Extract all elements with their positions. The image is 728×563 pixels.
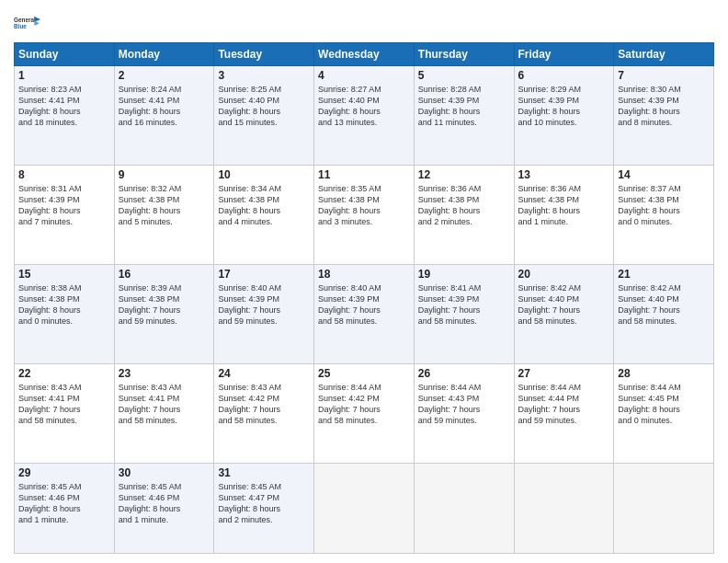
cell-details: Sunrise: 8:30 AM Sunset: 4:39 PM Dayligh… (618, 84, 710, 129)
cell-details: Sunrise: 8:44 AM Sunset: 4:44 PM Dayligh… (518, 382, 610, 427)
cell-details: Sunrise: 8:40 AM Sunset: 4:39 PM Dayligh… (318, 282, 410, 327)
day-number: 7 (618, 69, 710, 82)
calendar-cell: 29Sunrise: 8:45 AM Sunset: 4:46 PM Dayli… (15, 463, 115, 553)
calendar-cell: 17Sunrise: 8:40 AM Sunset: 4:39 PM Dayli… (214, 264, 314, 363)
svg-text:General: General (14, 17, 36, 23)
cell-details: Sunrise: 8:25 AM Sunset: 4:40 PM Dayligh… (218, 84, 310, 129)
calendar-week-row: 15Sunrise: 8:38 AM Sunset: 4:38 PM Dayli… (15, 264, 714, 363)
calendar-cell (514, 463, 614, 553)
cell-details: Sunrise: 8:39 AM Sunset: 4:38 PM Dayligh… (119, 282, 210, 327)
calendar-week-row: 22Sunrise: 8:43 AM Sunset: 4:41 PM Dayli… (15, 363, 714, 463)
weekday-header-thursday: Thursday (414, 43, 514, 66)
calendar-cell: 24Sunrise: 8:43 AM Sunset: 4:42 PM Dayli… (214, 363, 314, 463)
day-number: 27 (518, 367, 610, 380)
cell-details: Sunrise: 8:32 AM Sunset: 4:38 PM Dayligh… (119, 183, 210, 228)
calendar-cell: 3Sunrise: 8:25 AM Sunset: 4:40 PM Daylig… (214, 66, 314, 166)
day-number: 29 (18, 466, 110, 479)
calendar-cell: 27Sunrise: 8:44 AM Sunset: 4:44 PM Dayli… (514, 363, 614, 463)
day-number: 23 (119, 367, 210, 380)
day-number: 2 (119, 69, 210, 82)
calendar-cell: 31Sunrise: 8:45 AM Sunset: 4:47 PM Dayli… (214, 463, 314, 553)
calendar-cell (314, 463, 415, 553)
day-number: 30 (119, 466, 210, 479)
calendar-cell: 12Sunrise: 8:36 AM Sunset: 4:38 PM Dayli… (414, 165, 514, 264)
day-number: 6 (518, 69, 610, 82)
day-number: 9 (119, 168, 210, 181)
cell-details: Sunrise: 8:27 AM Sunset: 4:40 PM Dayligh… (318, 84, 410, 129)
cell-details: Sunrise: 8:29 AM Sunset: 4:39 PM Dayligh… (518, 84, 610, 129)
calendar-cell: 5Sunrise: 8:28 AM Sunset: 4:39 PM Daylig… (414, 66, 514, 166)
calendar-cell (614, 463, 714, 553)
cell-details: Sunrise: 8:45 AM Sunset: 4:46 PM Dayligh… (18, 481, 110, 526)
calendar-cell: 6Sunrise: 8:29 AM Sunset: 4:39 PM Daylig… (514, 66, 614, 166)
calendar-week-row: 1Sunrise: 8:23 AM Sunset: 4:41 PM Daylig… (15, 66, 714, 166)
cell-details: Sunrise: 8:45 AM Sunset: 4:47 PM Dayligh… (218, 481, 310, 526)
weekday-header-sunday: Sunday (15, 43, 115, 66)
cell-details: Sunrise: 8:42 AM Sunset: 4:40 PM Dayligh… (618, 282, 710, 327)
day-number: 16 (119, 268, 210, 281)
calendar-cell: 2Sunrise: 8:24 AM Sunset: 4:41 PM Daylig… (114, 66, 214, 166)
cell-details: Sunrise: 8:23 AM Sunset: 4:41 PM Dayligh… (18, 84, 110, 129)
cell-details: Sunrise: 8:43 AM Sunset: 4:41 PM Dayligh… (119, 382, 210, 427)
day-number: 4 (318, 69, 410, 82)
calendar-cell: 26Sunrise: 8:44 AM Sunset: 4:43 PM Dayli… (414, 363, 514, 463)
day-number: 26 (418, 367, 510, 380)
calendar-cell: 19Sunrise: 8:41 AM Sunset: 4:39 PM Dayli… (414, 264, 514, 363)
day-number: 11 (318, 168, 410, 181)
cell-details: Sunrise: 8:38 AM Sunset: 4:38 PM Dayligh… (18, 282, 110, 327)
weekday-header-saturday: Saturday (614, 43, 714, 66)
calendar-week-row: 29Sunrise: 8:45 AM Sunset: 4:46 PM Dayli… (15, 463, 714, 553)
day-number: 22 (18, 367, 110, 380)
calendar-cell: 18Sunrise: 8:40 AM Sunset: 4:39 PM Dayli… (314, 264, 415, 363)
page: GeneralBlue SundayMondayTuesdayWednesday… (0, 0, 728, 563)
weekday-header-friday: Friday (514, 43, 614, 66)
calendar-cell: 4Sunrise: 8:27 AM Sunset: 4:40 PM Daylig… (314, 66, 415, 166)
calendar-cell: 13Sunrise: 8:36 AM Sunset: 4:38 PM Dayli… (514, 165, 614, 264)
calendar-cell: 10Sunrise: 8:34 AM Sunset: 4:38 PM Dayli… (214, 165, 314, 264)
day-number: 25 (318, 367, 410, 380)
calendar-cell: 14Sunrise: 8:37 AM Sunset: 4:38 PM Dayli… (614, 165, 714, 264)
calendar-cell: 25Sunrise: 8:44 AM Sunset: 4:42 PM Dayli… (314, 363, 415, 463)
day-number: 21 (618, 268, 710, 281)
day-number: 31 (218, 466, 310, 479)
weekday-header-tuesday: Tuesday (214, 43, 314, 66)
calendar-table: SundayMondayTuesdayWednesdayThursdayFrid… (14, 42, 714, 554)
logo-icon: GeneralBlue (14, 9, 41, 37)
calendar-cell: 20Sunrise: 8:42 AM Sunset: 4:40 PM Dayli… (514, 264, 614, 363)
calendar-cell: 23Sunrise: 8:43 AM Sunset: 4:41 PM Dayli… (114, 363, 214, 463)
calendar-cell: 30Sunrise: 8:45 AM Sunset: 4:46 PM Dayli… (114, 463, 214, 553)
day-number: 28 (618, 367, 710, 380)
day-number: 19 (418, 268, 510, 281)
calendar-cell: 7Sunrise: 8:30 AM Sunset: 4:39 PM Daylig… (614, 66, 714, 166)
cell-details: Sunrise: 8:42 AM Sunset: 4:40 PM Dayligh… (518, 282, 610, 327)
svg-marker-3 (34, 20, 40, 26)
calendar-cell: 8Sunrise: 8:31 AM Sunset: 4:39 PM Daylig… (15, 165, 115, 264)
calendar-cell: 15Sunrise: 8:38 AM Sunset: 4:38 PM Dayli… (15, 264, 115, 363)
day-number: 8 (18, 168, 110, 181)
day-number: 13 (518, 168, 610, 181)
cell-details: Sunrise: 8:43 AM Sunset: 4:41 PM Dayligh… (18, 382, 110, 427)
cell-details: Sunrise: 8:34 AM Sunset: 4:38 PM Dayligh… (218, 183, 310, 228)
day-number: 10 (218, 168, 310, 181)
calendar-cell: 22Sunrise: 8:43 AM Sunset: 4:41 PM Dayli… (15, 363, 115, 463)
cell-details: Sunrise: 8:44 AM Sunset: 4:42 PM Dayligh… (318, 382, 410, 427)
cell-details: Sunrise: 8:37 AM Sunset: 4:38 PM Dayligh… (618, 183, 710, 228)
cell-details: Sunrise: 8:45 AM Sunset: 4:46 PM Dayligh… (119, 481, 210, 526)
header: GeneralBlue (14, 9, 714, 37)
day-number: 18 (318, 268, 410, 281)
weekday-header-row: SundayMondayTuesdayWednesdayThursdayFrid… (15, 43, 714, 66)
day-number: 3 (218, 69, 310, 82)
cell-details: Sunrise: 8:36 AM Sunset: 4:38 PM Dayligh… (518, 183, 610, 228)
calendar-cell: 21Sunrise: 8:42 AM Sunset: 4:40 PM Dayli… (614, 264, 714, 363)
weekday-header-wednesday: Wednesday (314, 43, 415, 66)
logo: GeneralBlue (14, 9, 41, 37)
day-number: 17 (218, 268, 310, 281)
cell-details: Sunrise: 8:31 AM Sunset: 4:39 PM Dayligh… (18, 183, 110, 228)
calendar-cell: 16Sunrise: 8:39 AM Sunset: 4:38 PM Dayli… (114, 264, 214, 363)
svg-text:Blue: Blue (14, 23, 27, 29)
day-number: 24 (218, 367, 310, 380)
cell-details: Sunrise: 8:44 AM Sunset: 4:43 PM Dayligh… (418, 382, 510, 427)
cell-details: Sunrise: 8:35 AM Sunset: 4:38 PM Dayligh… (318, 183, 410, 228)
cell-details: Sunrise: 8:28 AM Sunset: 4:39 PM Dayligh… (418, 84, 510, 129)
calendar-cell (414, 463, 514, 553)
